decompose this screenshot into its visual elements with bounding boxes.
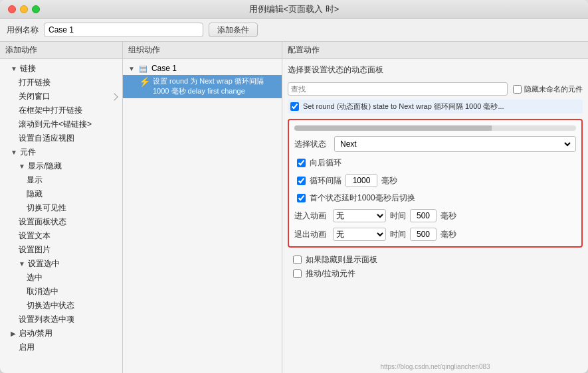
exit-anim-row: 退出动画 无 时间 毫秒 — [294, 228, 576, 241]
forward-loop-label: 向后循环 — [310, 157, 342, 169]
item-set-text[interactable]: 设置文本 — [0, 229, 122, 243]
progress-bar — [294, 125, 576, 131]
add-condition-button[interactable]: 添加条件 — [209, 23, 258, 37]
exit-anim-label: 退出动画 — [294, 229, 329, 240]
first-state-delay-row: 首个状态延时1000毫秒后切换 — [294, 192, 576, 204]
section-enable-disable[interactable]: ▶ 启动/禁用 — [0, 327, 122, 340]
chevron-icon — [110, 93, 118, 100]
action-label: 设置 round 为 Next wrap 循环间隔 1000 毫秒 delay … — [153, 76, 279, 97]
add-action-header: 添加动作 — [0, 42, 122, 59]
main-content: 添加动作 ▼ 链接 打开链接 关闭窗口 在框架中打开链接 滚动到元件<锚链接> … — [0, 42, 588, 373]
folder-icon: ▤ — [139, 63, 147, 74]
search-input[interactable] — [288, 82, 508, 96]
right-panel-content: 选择要设置状态的动态面板 隐藏未命名的元件 Set round (动态面板) s… — [282, 59, 588, 368]
item-enable[interactable]: 启用 — [0, 340, 122, 354]
organize-action-header: 组织动作 — [123, 42, 282, 59]
enter-anim-row: 进入动画 无 时间 毫秒 — [294, 209, 576, 222]
progress-bar-fill — [294, 125, 492, 131]
action-tree-middle: ▼ ▤ Case 1 ⚡ 设置 round 为 Next wrap 循环间隔 1… — [123, 59, 282, 101]
hide-unnamed-label: 隐藏未命名的元件 — [513, 84, 583, 94]
loop-ms-label: 毫秒 — [381, 175, 397, 186]
action-row-selected[interactable]: ⚡ 设置 round 为 Next wrap 循环间隔 1000 毫秒 dela… — [123, 75, 282, 98]
section-set-selected-label: 设置选中 — [28, 258, 60, 269]
enter-ms-label: 毫秒 — [441, 210, 456, 222]
hide-panel-checkbox[interactable] — [293, 256, 302, 264]
item-close-window[interactable]: 关闭窗口 — [0, 90, 122, 104]
exit-anim-select[interactable]: 无 — [333, 228, 386, 241]
section-links[interactable]: ▼ 链接 — [0, 62, 122, 76]
loop-interval-row: 循环间隔 毫秒 — [294, 174, 576, 187]
item-open-in-frame[interactable]: 在框架中打开链接 — [0, 104, 122, 117]
push-pull-row: 推动/拉动元件 — [290, 268, 580, 279]
first-state-delay-label: 首个状态延时1000毫秒后切换 — [310, 192, 415, 204]
close-button[interactable] — [8, 5, 16, 13]
select-state-label: 选择状态 — [294, 139, 329, 150]
traffic-lights — [8, 5, 40, 13]
state-select-row: 选择状态 Next — [294, 136, 576, 152]
push-pull-label: 推动/拉动元件 — [306, 268, 355, 279]
config-action-panel: 配置动作 选择要设置状态的动态面板 隐藏未命名的元件 Set round (动态… — [282, 42, 588, 373]
loop-interval-label: 循环间隔 — [310, 175, 342, 186]
first-state-delay-checkbox[interactable] — [297, 194, 306, 202]
hide-panel-label: 如果隐藏则显示面板 — [306, 254, 377, 265]
state-select-box[interactable]: Next — [334, 136, 576, 152]
item-adaptive-view[interactable]: 设置自适应视图 — [0, 131, 122, 145]
case-name-input[interactable] — [44, 23, 203, 37]
section-enable-disable-label: 启动/禁用 — [19, 328, 52, 339]
action-tree-left: ▼ 链接 打开链接 关闭窗口 在框架中打开链接 滚动到元件<锚链接> 设置自适应… — [0, 59, 122, 373]
case-root-label: Case 1 — [151, 64, 177, 73]
enter-anim-label: 进入动画 — [294, 210, 329, 222]
forward-loop-checkbox[interactable] — [297, 159, 306, 167]
exit-ms-label: 毫秒 — [441, 229, 456, 240]
item-hide[interactable]: 隐藏 — [0, 187, 122, 201]
enter-time-label: 时间 — [390, 210, 406, 222]
main-window: 用例编辑<页面载入 时> 用例名称 添加条件 添加动作 ▼ 链接 打开链接 关闭… — [0, 0, 588, 373]
watermark-container: https://blog.csdn.net/qinglianchen083 — [282, 368, 588, 373]
minimize-button[interactable] — [20, 5, 28, 13]
titlebar: 用例编辑<页面载入 时> — [0, 0, 588, 19]
toolbar: 用例名称 添加条件 — [0, 19, 588, 42]
item-scroll-to[interactable]: 滚动到元件<锚链接> — [0, 117, 122, 131]
item-show[interactable]: 显示 — [0, 173, 122, 187]
organize-action-panel: 组织动作 ▼ ▤ Case 1 ⚡ 设置 round 为 Next wrap 循… — [123, 42, 282, 373]
item-select[interactable]: 选中 — [0, 271, 122, 285]
item-deselect[interactable]: 取消选中 — [0, 285, 122, 299]
case-root-row[interactable]: ▼ ▤ Case 1 — [123, 62, 282, 75]
search-row: 隐藏未命名的元件 — [288, 82, 583, 96]
case-name-label: 用例名称 — [7, 25, 39, 36]
state-select[interactable]: Next — [338, 139, 573, 149]
item-set-list-item[interactable]: 设置列表选中项 — [0, 313, 122, 327]
window-title: 用例编辑<页面载入 时> — [249, 3, 340, 15]
section-show-hide-label: 显示/隐藏 — [28, 161, 62, 172]
section-set-selected[interactable]: ▼ 设置选中 — [0, 257, 122, 271]
loop-interval-checkbox[interactable] — [297, 177, 306, 185]
add-action-panel: 添加动作 ▼ 链接 打开链接 关闭窗口 在框架中打开链接 滚动到元件<锚链接> … — [0, 42, 123, 373]
section-show-hide[interactable]: ▼ 显示/隐藏 — [0, 159, 122, 173]
select-panel-label: 选择要设置状态的动态面板 — [288, 64, 583, 76]
hide-unnamed-checkbox[interactable] — [513, 85, 522, 94]
push-pull-checkbox[interactable] — [293, 269, 302, 278]
state-item-text: Set round (动态面板) state to Next wrap 循环间隔… — [303, 102, 504, 112]
bottom-checkboxes: 如果隐藏则显示面板 推动/拉动元件 — [288, 252, 583, 282]
state-item[interactable]: Set round (动态面板) state to Next wrap 循环间隔… — [288, 100, 583, 113]
enter-anim-select[interactable]: 无 — [333, 209, 386, 222]
item-open-link[interactable]: 打开链接 — [0, 76, 122, 90]
state-checkbox[interactable] — [290, 102, 299, 111]
hide-panel-row: 如果隐藏则显示面板 — [290, 254, 580, 265]
item-toggle-visibility[interactable]: 切换可见性 — [0, 201, 122, 215]
item-set-panel-state[interactable]: 设置面板状态 — [0, 215, 122, 229]
section-links-label: 链接 — [20, 63, 36, 74]
config-action-header: 配置动作 — [282, 42, 588, 59]
lightning-icon: ⚡ — [139, 76, 150, 87]
loop-interval-input[interactable] — [345, 174, 377, 187]
watermark-text: https://blog.csdn.net/qinglianchen083 — [380, 363, 490, 370]
section-elements[interactable]: ▼ 元件 — [0, 145, 122, 159]
item-toggle-selected[interactable]: 切换选中状态 — [0, 299, 122, 313]
enter-time-input[interactable] — [410, 209, 437, 222]
exit-time-input[interactable] — [410, 228, 437, 241]
maximize-button[interactable] — [32, 5, 40, 13]
case-expand-icon: ▼ — [128, 65, 135, 72]
item-set-image[interactable]: 设置图片 — [0, 243, 122, 257]
exit-time-label: 时间 — [390, 229, 406, 240]
section-elements-label: 元件 — [20, 147, 36, 158]
